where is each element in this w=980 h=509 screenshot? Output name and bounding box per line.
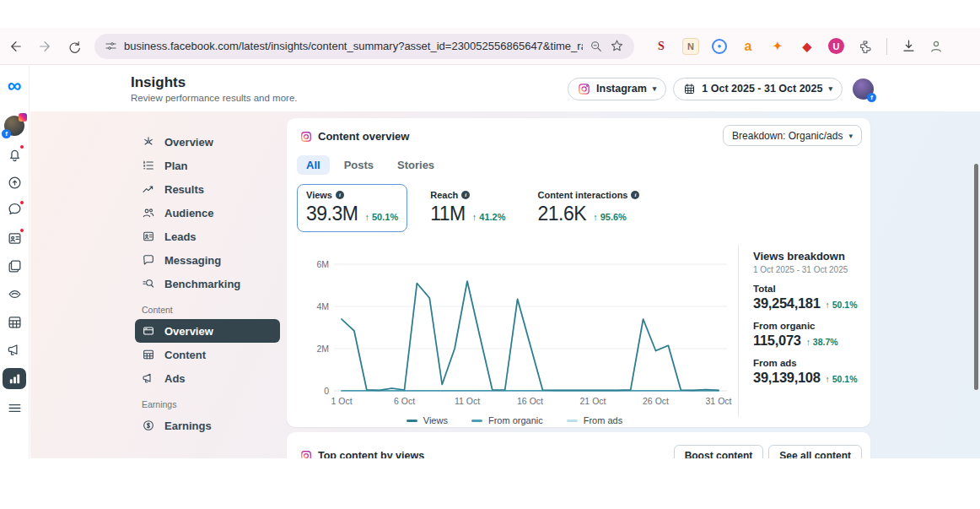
- leads-icon: [142, 230, 155, 243]
- spark-extension-icon[interactable]: ✦: [769, 38, 786, 55]
- profile-icon[interactable]: [929, 39, 944, 54]
- facebook-badge-icon: f: [2, 129, 11, 138]
- forward-icon: [37, 39, 52, 54]
- content-tabs: All Posts Stories: [297, 155, 444, 175]
- back-icon: [8, 39, 24, 54]
- legend-item: Views: [407, 415, 448, 425]
- views-value: 39.3M: [306, 203, 358, 225]
- see-all-content-button[interactable]: See all content: [768, 445, 862, 458]
- legend-swatch: [567, 420, 578, 422]
- svg-text:2M: 2M: [316, 344, 329, 354]
- site-info-icon[interactable]: [105, 40, 117, 52]
- reach-delta: ↑ 41.2%: [472, 212, 506, 222]
- content-icon: [142, 348, 155, 361]
- svg-text:11 Oct: 11 Oct: [455, 396, 480, 406]
- metric-cards: Viewsi 39.3M ↑ 50.1% Reachi 11M ↑ 41.2% …: [297, 184, 649, 232]
- top-content-title: Top content by views: [318, 450, 424, 458]
- date-range-label: 1 Oct 2025 - 31 Oct 2025: [702, 83, 822, 95]
- interactions-delta: ↑ 95.6%: [593, 212, 627, 222]
- breakdown-row-organic: From organic 115,073 ↑ 38.7%: [753, 321, 864, 349]
- zoom-icon[interactable]: [590, 40, 603, 53]
- notifications-icon[interactable]: [4, 145, 24, 164]
- account-selector-label: Instagram: [596, 83, 647, 95]
- date-range-selector[interactable]: 1 Oct 2025 - 31 Oct 2025 ▾: [673, 78, 843, 100]
- metric-content-interactions[interactable]: Content interactionsi 21.6K ↑ 95.6%: [529, 184, 649, 232]
- back-button[interactable]: [3, 34, 29, 59]
- tab-posts[interactable]: Posts: [335, 155, 383, 175]
- legend-item: From organic: [471, 415, 543, 425]
- top-content-card: Top content by views Boost content See a…: [287, 432, 870, 458]
- views-chart-svg: 02M4M6M1 Oct6 Oct11 Oct16 Oct21 Oct26 Oc…: [295, 252, 734, 409]
- sidebar-item-overview[interactable]: Overview: [135, 130, 280, 154]
- downloads-icon[interactable]: [901, 38, 917, 54]
- forward-button[interactable]: [32, 34, 57, 59]
- leads-center-icon[interactable]: [4, 229, 24, 247]
- planner-icon[interactable]: [4, 312, 24, 331]
- scrollbar-thumb[interactable]: [974, 164, 978, 390]
- ads-rail-icon[interactable]: [4, 340, 24, 359]
- address-bar[interactable]: business.facebook.com/latest/insights/co…: [94, 34, 634, 59]
- breakdown-title: Views breakdown: [753, 250, 864, 263]
- insights-header: Insights Review performance results and …: [30, 66, 980, 111]
- notebook-extension-icon[interactable]: N: [682, 38, 699, 55]
- url-text: business.facebook.com/latest/insights/co…: [124, 40, 583, 52]
- interactions-value: 21.6K: [538, 203, 587, 225]
- insights-rail-icon[interactable]: [3, 368, 26, 389]
- legend-swatch: [471, 420, 482, 422]
- plan-icon: [142, 159, 155, 172]
- screen-capture-extension-icon[interactable]: ●: [712, 39, 727, 54]
- account-selector[interactable]: Instagram ▾: [568, 78, 666, 100]
- page-subtitle: Review performance results and more.: [131, 93, 298, 103]
- chart-legend: Views From organic From ads: [295, 415, 734, 425]
- redirect-extension-icon[interactable]: ◆: [799, 38, 816, 55]
- info-icon: i: [336, 191, 344, 199]
- tab-stories[interactable]: Stories: [388, 155, 444, 175]
- shield-extension-icon[interactable]: U: [828, 38, 844, 54]
- seo-extension-icon[interactable]: S: [653, 38, 670, 55]
- breakdown-row-total: Total 39,254,181 ↑ 50.1%: [753, 284, 864, 311]
- metric-views[interactable]: Viewsi 39.3M ↑ 50.1%: [297, 184, 407, 232]
- svg-text:6M: 6M: [316, 259, 329, 269]
- extensions-row: S N ● a ✦ ◆ U: [653, 38, 874, 55]
- business-avatar[interactable]: f: [4, 116, 24, 136]
- inbox-icon[interactable]: [4, 201, 24, 219]
- reach-value: 11M: [430, 203, 466, 225]
- sidebar-item-earnings[interactable]: Earnings: [135, 414, 280, 437]
- breakdown-subtitle: 1 Oct 2025 - 31 Oct 2025: [753, 265, 864, 274]
- sidebar-item-audience[interactable]: Audience: [135, 201, 280, 225]
- svg-text:26 Oct: 26 Oct: [643, 396, 669, 406]
- amazon-extension-icon[interactable]: a: [740, 38, 757, 55]
- svg-text:16 Oct: 16 Oct: [517, 396, 543, 406]
- content-rail-icon[interactable]: [4, 257, 24, 275]
- chevron-down-icon: ▾: [848, 132, 853, 140]
- metric-reach[interactable]: Reachi 11M ↑ 41.2%: [421, 184, 514, 232]
- user-avatar[interactable]: f: [853, 79, 874, 100]
- extensions-puzzle-icon[interactable]: [857, 38, 874, 55]
- sidebar-item-leads[interactable]: Leads: [135, 225, 280, 248]
- bookmark-star-icon[interactable]: [610, 39, 624, 53]
- views-delta: ↑ 50.1%: [364, 212, 398, 222]
- sidebar-item-results[interactable]: Results: [135, 177, 280, 201]
- messaging-icon: [142, 253, 155, 267]
- svg-text:0: 0: [324, 386, 329, 396]
- sidebar-item-content-overview[interactable]: Overview: [135, 319, 280, 343]
- svg-text:1 Oct: 1 Oct: [331, 396, 352, 406]
- reload-button[interactable]: [61, 34, 86, 59]
- meta-logo[interactable]: ∞: [8, 76, 21, 95]
- tab-all[interactable]: All: [297, 155, 330, 175]
- sidebar-item-benchmarking[interactable]: Benchmarking: [135, 272, 280, 295]
- all-tools-icon[interactable]: [4, 398, 24, 417]
- facebook-badge-icon: f: [867, 93, 876, 102]
- sidebar-item-plan[interactable]: Plan: [135, 154, 280, 177]
- sidebar-item-messaging[interactable]: Messaging: [135, 248, 280, 272]
- notification-dot: [19, 144, 24, 149]
- boost-icon[interactable]: [4, 173, 24, 192]
- sidebar-item-ads[interactable]: Ads: [135, 366, 280, 390]
- boost-content-button[interactable]: Boost content: [674, 445, 764, 458]
- commerce-icon[interactable]: [4, 284, 24, 303]
- calendar-icon: [683, 83, 696, 95]
- sidebar-item-content[interactable]: Content: [135, 343, 280, 366]
- audience-icon: [142, 206, 155, 219]
- breakdown-selector[interactable]: Breakdown: Organic/ads ▾: [723, 125, 862, 146]
- content-overview-card: Content overview Breakdown: Organic/ads …: [287, 118, 870, 427]
